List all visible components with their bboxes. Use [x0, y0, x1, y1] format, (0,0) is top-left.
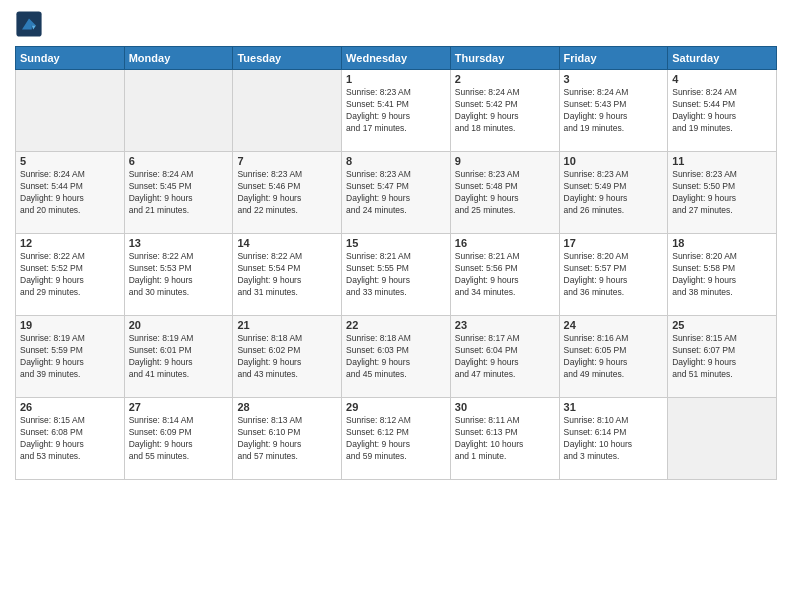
weekday-header-wednesday: Wednesday — [342, 47, 451, 70]
day-number: 27 — [129, 401, 229, 413]
calendar-cell: 4Sunrise: 8:24 AM Sunset: 5:44 PM Daylig… — [668, 70, 777, 152]
calendar-cell: 10Sunrise: 8:23 AM Sunset: 5:49 PM Dayli… — [559, 152, 668, 234]
calendar-cell: 2Sunrise: 8:24 AM Sunset: 5:42 PM Daylig… — [450, 70, 559, 152]
weekday-header-thursday: Thursday — [450, 47, 559, 70]
calendar-cell — [16, 70, 125, 152]
day-info: Sunrise: 8:23 AM Sunset: 5:48 PM Dayligh… — [455, 169, 555, 217]
day-info: Sunrise: 8:24 AM Sunset: 5:44 PM Dayligh… — [672, 87, 772, 135]
day-number: 19 — [20, 319, 120, 331]
day-number: 7 — [237, 155, 337, 167]
weekday-header-sunday: Sunday — [16, 47, 125, 70]
day-info: Sunrise: 8:24 AM Sunset: 5:45 PM Dayligh… — [129, 169, 229, 217]
day-info: Sunrise: 8:24 AM Sunset: 5:44 PM Dayligh… — [20, 169, 120, 217]
day-info: Sunrise: 8:16 AM Sunset: 6:05 PM Dayligh… — [564, 333, 664, 381]
day-number: 16 — [455, 237, 555, 249]
calendar-cell: 6Sunrise: 8:24 AM Sunset: 5:45 PM Daylig… — [124, 152, 233, 234]
day-number: 2 — [455, 73, 555, 85]
calendar-cell: 14Sunrise: 8:22 AM Sunset: 5:54 PM Dayli… — [233, 234, 342, 316]
day-info: Sunrise: 8:11 AM Sunset: 6:13 PM Dayligh… — [455, 415, 555, 463]
day-info: Sunrise: 8:21 AM Sunset: 5:55 PM Dayligh… — [346, 251, 446, 299]
day-info: Sunrise: 8:23 AM Sunset: 5:46 PM Dayligh… — [237, 169, 337, 217]
weekday-header-tuesday: Tuesday — [233, 47, 342, 70]
calendar-cell: 27Sunrise: 8:14 AM Sunset: 6:09 PM Dayli… — [124, 398, 233, 480]
calendar-cell: 20Sunrise: 8:19 AM Sunset: 6:01 PM Dayli… — [124, 316, 233, 398]
day-number: 26 — [20, 401, 120, 413]
day-info: Sunrise: 8:19 AM Sunset: 5:59 PM Dayligh… — [20, 333, 120, 381]
calendar-cell: 7Sunrise: 8:23 AM Sunset: 5:46 PM Daylig… — [233, 152, 342, 234]
day-info: Sunrise: 8:22 AM Sunset: 5:54 PM Dayligh… — [237, 251, 337, 299]
calendar-cell: 25Sunrise: 8:15 AM Sunset: 6:07 PM Dayli… — [668, 316, 777, 398]
day-info: Sunrise: 8:20 AM Sunset: 5:58 PM Dayligh… — [672, 251, 772, 299]
calendar-cell: 3Sunrise: 8:24 AM Sunset: 5:43 PM Daylig… — [559, 70, 668, 152]
day-info: Sunrise: 8:23 AM Sunset: 5:50 PM Dayligh… — [672, 169, 772, 217]
day-number: 6 — [129, 155, 229, 167]
calendar-cell: 16Sunrise: 8:21 AM Sunset: 5:56 PM Dayli… — [450, 234, 559, 316]
logo-icon — [15, 10, 43, 38]
day-number: 14 — [237, 237, 337, 249]
calendar-cell: 11Sunrise: 8:23 AM Sunset: 5:50 PM Dayli… — [668, 152, 777, 234]
calendar-cell: 29Sunrise: 8:12 AM Sunset: 6:12 PM Dayli… — [342, 398, 451, 480]
calendar-cell: 19Sunrise: 8:19 AM Sunset: 5:59 PM Dayli… — [16, 316, 125, 398]
day-number: 21 — [237, 319, 337, 331]
calendar-cell: 28Sunrise: 8:13 AM Sunset: 6:10 PM Dayli… — [233, 398, 342, 480]
day-number: 10 — [564, 155, 664, 167]
calendar-cell: 31Sunrise: 8:10 AM Sunset: 6:14 PM Dayli… — [559, 398, 668, 480]
day-info: Sunrise: 8:23 AM Sunset: 5:49 PM Dayligh… — [564, 169, 664, 217]
calendar-cell: 1Sunrise: 8:23 AM Sunset: 5:41 PM Daylig… — [342, 70, 451, 152]
calendar-cell — [124, 70, 233, 152]
day-number: 24 — [564, 319, 664, 331]
day-info: Sunrise: 8:24 AM Sunset: 5:42 PM Dayligh… — [455, 87, 555, 135]
weekday-header-saturday: Saturday — [668, 47, 777, 70]
day-info: Sunrise: 8:24 AM Sunset: 5:43 PM Dayligh… — [564, 87, 664, 135]
day-info: Sunrise: 8:10 AM Sunset: 6:14 PM Dayligh… — [564, 415, 664, 463]
day-number: 1 — [346, 73, 446, 85]
weekday-header-friday: Friday — [559, 47, 668, 70]
day-number: 25 — [672, 319, 772, 331]
calendar-cell: 13Sunrise: 8:22 AM Sunset: 5:53 PM Dayli… — [124, 234, 233, 316]
day-number: 20 — [129, 319, 229, 331]
day-number: 3 — [564, 73, 664, 85]
day-info: Sunrise: 8:18 AM Sunset: 6:03 PM Dayligh… — [346, 333, 446, 381]
logo — [15, 10, 47, 38]
calendar-cell: 23Sunrise: 8:17 AM Sunset: 6:04 PM Dayli… — [450, 316, 559, 398]
day-info: Sunrise: 8:21 AM Sunset: 5:56 PM Dayligh… — [455, 251, 555, 299]
day-info: Sunrise: 8:14 AM Sunset: 6:09 PM Dayligh… — [129, 415, 229, 463]
day-number: 8 — [346, 155, 446, 167]
day-info: Sunrise: 8:15 AM Sunset: 6:08 PM Dayligh… — [20, 415, 120, 463]
day-number: 28 — [237, 401, 337, 413]
day-number: 5 — [20, 155, 120, 167]
calendar-cell: 18Sunrise: 8:20 AM Sunset: 5:58 PM Dayli… — [668, 234, 777, 316]
day-number: 12 — [20, 237, 120, 249]
day-info: Sunrise: 8:22 AM Sunset: 5:52 PM Dayligh… — [20, 251, 120, 299]
day-number: 22 — [346, 319, 446, 331]
day-info: Sunrise: 8:22 AM Sunset: 5:53 PM Dayligh… — [129, 251, 229, 299]
calendar-cell: 15Sunrise: 8:21 AM Sunset: 5:55 PM Dayli… — [342, 234, 451, 316]
calendar-cell: 17Sunrise: 8:20 AM Sunset: 5:57 PM Dayli… — [559, 234, 668, 316]
calendar-cell: 5Sunrise: 8:24 AM Sunset: 5:44 PM Daylig… — [16, 152, 125, 234]
day-info: Sunrise: 8:19 AM Sunset: 6:01 PM Dayligh… — [129, 333, 229, 381]
day-number: 13 — [129, 237, 229, 249]
calendar-cell: 12Sunrise: 8:22 AM Sunset: 5:52 PM Dayli… — [16, 234, 125, 316]
calendar-cell: 21Sunrise: 8:18 AM Sunset: 6:02 PM Dayli… — [233, 316, 342, 398]
calendar-cell: 9Sunrise: 8:23 AM Sunset: 5:48 PM Daylig… — [450, 152, 559, 234]
weekday-header-monday: Monday — [124, 47, 233, 70]
day-number: 4 — [672, 73, 772, 85]
day-info: Sunrise: 8:17 AM Sunset: 6:04 PM Dayligh… — [455, 333, 555, 381]
day-number: 11 — [672, 155, 772, 167]
page-header — [15, 10, 777, 38]
calendar-cell: 24Sunrise: 8:16 AM Sunset: 6:05 PM Dayli… — [559, 316, 668, 398]
calendar-cell: 26Sunrise: 8:15 AM Sunset: 6:08 PM Dayli… — [16, 398, 125, 480]
calendar-cell — [233, 70, 342, 152]
day-info: Sunrise: 8:12 AM Sunset: 6:12 PM Dayligh… — [346, 415, 446, 463]
day-info: Sunrise: 8:23 AM Sunset: 5:41 PM Dayligh… — [346, 87, 446, 135]
day-info: Sunrise: 8:18 AM Sunset: 6:02 PM Dayligh… — [237, 333, 337, 381]
day-number: 31 — [564, 401, 664, 413]
calendar-cell — [668, 398, 777, 480]
day-info: Sunrise: 8:23 AM Sunset: 5:47 PM Dayligh… — [346, 169, 446, 217]
day-number: 29 — [346, 401, 446, 413]
day-info: Sunrise: 8:13 AM Sunset: 6:10 PM Dayligh… — [237, 415, 337, 463]
calendar-table: SundayMondayTuesdayWednesdayThursdayFrid… — [15, 46, 777, 480]
day-number: 9 — [455, 155, 555, 167]
calendar-cell: 8Sunrise: 8:23 AM Sunset: 5:47 PM Daylig… — [342, 152, 451, 234]
day-info: Sunrise: 8:20 AM Sunset: 5:57 PM Dayligh… — [564, 251, 664, 299]
